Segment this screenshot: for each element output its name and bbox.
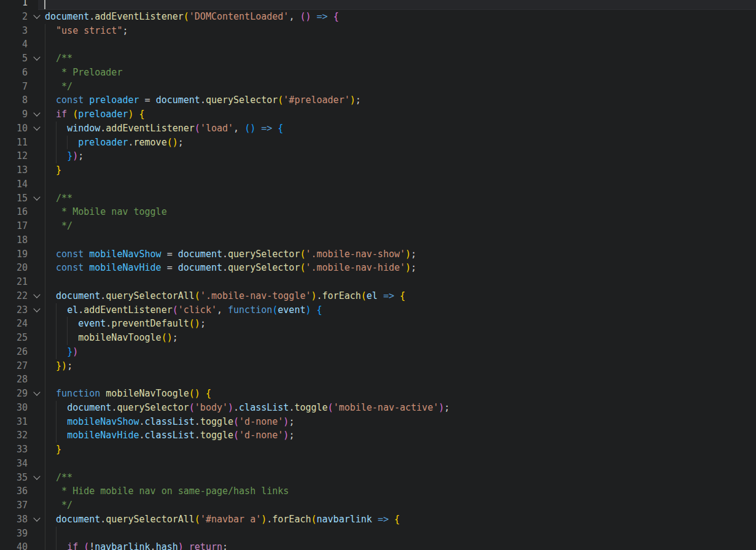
line-number: 27 <box>0 359 28 373</box>
code-lines-container: 12document.addEventListener('DOMContentL… <box>0 0 756 550</box>
code-text[interactable]: }) <box>45 345 78 359</box>
code-line: 37 */ <box>0 498 756 513</box>
indent-guide <box>45 527 45 541</box>
code-text[interactable]: document.querySelector('body').classList… <box>45 401 450 415</box>
code-line: 5 /** <box>0 52 756 66</box>
code-text[interactable]: } <box>45 163 61 177</box>
code-text[interactable]: document.querySelectorAll('.mobile-nav-t… <box>45 289 405 303</box>
indent-guide <box>45 457 45 471</box>
code-line: 14 <box>0 177 756 192</box>
code-text[interactable]: document.querySelectorAll('#navbar a').f… <box>45 513 400 527</box>
code-text[interactable]: mobileNavShow.classList.toggle('d-none')… <box>45 415 294 429</box>
code-line: 17 */ <box>0 219 756 233</box>
code-text[interactable]: if (!navbarlink.hash) return; <box>45 540 228 550</box>
line-number: 2 <box>0 10 28 24</box>
code-line: 3 "use strict"; <box>0 24 756 38</box>
line-number: 12 <box>0 149 28 163</box>
code-line: 15 /** <box>0 192 756 206</box>
code-text[interactable]: function mobileNavToogle() { <box>45 387 211 401</box>
line-number: 17 <box>0 219 28 233</box>
code-text[interactable]: mobileNavHide.classList.toggle('d-none')… <box>45 428 294 443</box>
code-text[interactable]: /** <box>45 471 72 485</box>
code-text[interactable]: el.addEventListener('click', function(ev… <box>45 303 322 317</box>
chevron-down-icon[interactable] <box>31 513 43 527</box>
chevron-down-icon[interactable] <box>31 107 43 122</box>
line-number: 32 <box>0 428 28 443</box>
chevron-down-icon[interactable] <box>31 192 43 206</box>
indent-guide <box>45 37 45 52</box>
code-text[interactable]: * Mobile nav toggle <box>45 205 167 219</box>
chevron-down-icon[interactable] <box>31 52 43 66</box>
line-number: 34 <box>0 457 28 471</box>
indent-guide <box>45 233 45 247</box>
code-text[interactable]: } <box>45 443 61 457</box>
code-text[interactable]: const mobileNavShow = document.querySele… <box>45 247 416 261</box>
chevron-down-icon[interactable] <box>31 387 43 401</box>
code-text[interactable]: */ <box>45 80 72 94</box>
code-text[interactable]: }); <box>45 359 72 373</box>
indent-guide <box>56 527 57 541</box>
line-number: 8 <box>0 93 28 107</box>
code-text[interactable]: */ <box>45 498 72 513</box>
code-line: 35 /** <box>0 471 756 485</box>
line-number: 31 <box>0 415 28 429</box>
line-number: 24 <box>0 317 28 331</box>
code-text[interactable]: /** <box>45 192 72 206</box>
line-number: 26 <box>0 345 28 359</box>
code-text[interactable]: * Hide mobile nav on same-page/hash link… <box>45 484 289 498</box>
code-text[interactable]: */ <box>45 219 72 233</box>
code-line: 18 <box>0 233 756 247</box>
code-text[interactable]: if (preloader) { <box>45 107 145 122</box>
line-number: 3 <box>0 24 28 38</box>
code-line: 22 document.querySelectorAll('.mobile-na… <box>0 289 756 303</box>
code-line: 32 mobileNavHide.classList.toggle('d-non… <box>0 428 756 443</box>
chevron-down-icon[interactable] <box>31 303 43 317</box>
chevron-down-icon[interactable] <box>31 10 43 24</box>
line-number: 10 <box>0 122 28 136</box>
line-number: 25 <box>0 331 28 345</box>
code-text[interactable]: /** <box>45 52 72 66</box>
code-line: 40 if (!navbarlink.hash) return; <box>0 540 756 550</box>
code-line: 33 } <box>0 443 756 457</box>
code-line: 30 document.querySelector('body').classL… <box>0 401 756 415</box>
code-editor[interactable]: 12document.addEventListener('DOMContentL… <box>0 0 756 550</box>
code-text[interactable]: window.addEventListener('load', () => { <box>45 122 283 136</box>
code-text[interactable]: event.preventDefault(); <box>45 317 206 331</box>
code-line: 9 if (preloader) { <box>0 107 756 122</box>
code-line: 2document.addEventListener('DOMContentLo… <box>0 10 756 24</box>
code-line: 38 document.querySelectorAll('#navbar a'… <box>0 513 756 527</box>
code-line: 13 } <box>0 163 756 177</box>
code-text[interactable]: "use strict"; <box>45 24 128 38</box>
code-text[interactable]: const mobileNavHide = document.querySele… <box>45 261 416 275</box>
code-line: 12 }); <box>0 149 756 163</box>
code-line: 6 * Preloader <box>0 66 756 80</box>
line-number: 13 <box>0 163 28 177</box>
code-line: 19 const mobileNavShow = document.queryS… <box>0 247 756 261</box>
code-line: 29 function mobileNavToogle() { <box>0 387 756 401</box>
chevron-down-icon[interactable] <box>31 122 43 136</box>
line-number: 14 <box>0 177 28 192</box>
code-text[interactable]: preloader.remove(); <box>45 136 184 150</box>
code-text[interactable]: * Preloader <box>45 66 122 80</box>
chevron-down-icon[interactable] <box>31 289 43 303</box>
line-number: 39 <box>0 527 28 541</box>
text-cursor <box>44 0 45 9</box>
line-number: 4 <box>0 37 28 52</box>
code-line: 11 preloader.remove(); <box>0 136 756 150</box>
code-text[interactable]: mobileNavToogle(); <box>45 331 178 345</box>
line-number: 18 <box>0 233 28 247</box>
chevron-down-icon[interactable] <box>31 471 43 485</box>
line-number: 22 <box>0 289 28 303</box>
code-line: 23 el.addEventListener('click', function… <box>0 303 756 317</box>
code-text[interactable]: document.addEventListener('DOMContentLoa… <box>45 10 339 24</box>
code-text[interactable]: const preloader = document.querySelector… <box>45 93 361 107</box>
line-number: 15 <box>0 192 28 206</box>
code-line: 36 * Hide mobile nav on same-page/hash l… <box>0 484 756 498</box>
code-line: 16 * Mobile nav toggle <box>0 205 756 219</box>
code-line: 7 */ <box>0 80 756 94</box>
code-text[interactable]: }); <box>45 149 84 163</box>
indent-guide <box>45 373 45 387</box>
line-number: 33 <box>0 443 28 457</box>
code-line: 1 <box>0 0 756 10</box>
code-line: 34 <box>0 457 756 471</box>
